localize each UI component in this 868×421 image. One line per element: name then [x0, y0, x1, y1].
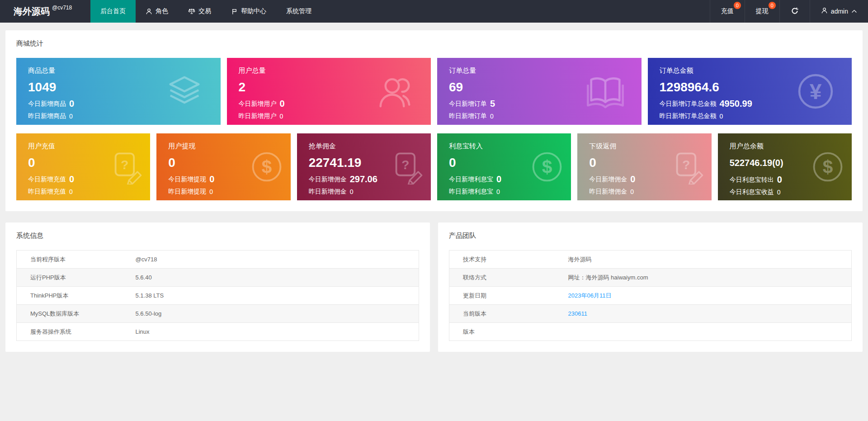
svg-text:¥: ¥	[810, 80, 822, 104]
doc-question-pencil-icon: ?	[108, 149, 144, 184]
current-version-link[interactable]: 230611	[568, 310, 587, 317]
doc-question-pencil-icon: ?	[389, 149, 425, 184]
stats-row-2: 用户充值 0 今日新增充值0 昨日新增充值0 ? 用户提现 0 今日新增提现0 …	[16, 133, 852, 200]
chevron-up-icon	[851, 8, 857, 15]
refresh-button[interactable]	[779, 0, 810, 23]
open-book-icon	[585, 71, 626, 112]
person-icon	[821, 7, 828, 15]
card-yesterday-line: 昨日新增提现0	[168, 188, 290, 196]
product-team-title: 产品团队	[449, 232, 852, 240]
svg-text:?: ?	[121, 158, 129, 172]
stat-card-total-order-amount: 订单总金额 1298964.6 今日新增订单总金额4950.99 昨日新增订单总…	[648, 58, 852, 125]
product-team-panel: 产品团队 技术支持 海外源码 联络方式 网址：海外源码 haiwaiym.com…	[438, 222, 863, 352]
stat-card-user-withdraw: 用户提现 0 今日新增提现0 昨日新增提现0 $	[156, 133, 290, 200]
menu-item-roles[interactable]: 角色	[136, 0, 178, 23]
dollar-circle-icon: $	[249, 149, 284, 184]
svg-text:$: $	[261, 156, 272, 177]
svg-text:$: $	[542, 156, 552, 177]
menu-item-dashboard[interactable]: 后台首页	[90, 0, 136, 23]
svg-text:$: $	[823, 156, 833, 177]
stat-card-total-products: 商品总量 1049 今日新增商品0 昨日新增商品0	[16, 58, 221, 125]
stat-card-total-users: 用户总量 2 今日新增用户0 昨日新增用户0	[227, 58, 431, 125]
bottom-section: 系统信息 当前程序版本 @cv718 运行PHP版本 5.6.40 ThinkP…	[5, 222, 863, 352]
main-menu: 后台首页 角色 交易 帮助中心 系统管理	[90, 0, 321, 23]
scales-icon	[188, 8, 195, 15]
product-team-table: 技术支持 海外源码 联络方式 网址：海外源码 haiwaiym.com 更新日期…	[449, 250, 852, 341]
app-version-tag: @cv718	[52, 5, 72, 11]
stat-card-total-orders: 订单总量 69 今日新增订单5 昨日新增订单0	[437, 58, 642, 125]
menu-item-trade[interactable]: 交易	[178, 0, 221, 23]
menu-item-label: 帮助中心	[241, 7, 266, 15]
dollar-circle-icon: $	[529, 149, 565, 184]
stat-card-interest-transfer-in: 利息宝转入 0 今日新增利息宝0 昨日新增利息宝0 $	[437, 133, 571, 200]
users-icon	[374, 71, 415, 112]
menu-item-label: 系统管理	[286, 7, 311, 15]
flag-icon	[231, 8, 238, 15]
card-yesterday-line: 昨日新增订单总金额0	[660, 112, 852, 120]
card-yesterday-line: 昨日新增商品0	[28, 112, 221, 120]
stat-card-grab-commission: 抢单佣金 22741.19 今日新增佣金297.06 昨日新增佣金0 ?	[297, 133, 431, 200]
app-logo[interactable]: 海外源码 @cv718	[0, 0, 90, 23]
table-row: 技术支持 海外源码	[449, 251, 852, 269]
card-yesterday-line: 昨日新增用户0	[239, 112, 431, 120]
table-row: MySQL数据库版本 5.6.50-log	[17, 305, 419, 323]
stat-card-user-total-balance: 用户总余额 522746.19(0) 今日利息宝转出0 今日利息宝收益0 $	[718, 133, 852, 200]
table-row: 当前程序版本 @cv718	[17, 251, 419, 269]
card-yesterday-line: 昨日新增订单0	[449, 112, 642, 120]
card-yesterday-line: 昨日新增利息宝0	[449, 188, 571, 196]
stat-card-user-recharge: 用户充值 0 今日新增充值0 昨日新增充值0 ?	[16, 133, 150, 200]
top-navbar: 海外源码 @cv718 后台首页 角色 交易 帮助中心 系统管理 充值 0 提现…	[0, 0, 868, 23]
stats-panel: 商城统计 商品总量 1049 今日新增商品0 昨日新增商品0 用户总量 2 今日…	[5, 30, 863, 211]
layers-icon	[164, 71, 205, 112]
table-row: 运行PHP版本 5.6.40	[17, 269, 419, 287]
stats-row-1: 商品总量 1049 今日新增商品0 昨日新增商品0 用户总量 2 今日新增用户0…	[16, 58, 852, 125]
system-info-title: 系统信息	[16, 232, 419, 240]
menu-item-label: 角色	[156, 7, 168, 15]
refresh-icon	[791, 7, 799, 16]
person-icon	[146, 8, 152, 15]
menu-item-system-management[interactable]: 系统管理	[276, 0, 321, 23]
withdraw-button[interactable]: 提现 0	[745, 0, 779, 23]
card-yesterday-line: 昨日新增充值0	[28, 188, 150, 196]
dollar-circle-icon: $	[810, 149, 845, 184]
update-date-link[interactable]: 2023年06月11日	[568, 292, 612, 299]
yen-circle-icon: ¥	[795, 71, 836, 112]
table-row: ThinkPHP版本 5.1.38 LTS	[17, 287, 419, 305]
doc-question-pencil-icon: ?	[670, 149, 705, 184]
stat-card-sub-rebate: 下级返佣 0 今日新增佣金0 昨日新增佣金0 ?	[577, 133, 711, 200]
withdraw-badge: 0	[769, 2, 776, 9]
recharge-button[interactable]: 充值 0	[710, 0, 745, 23]
system-info-panel: 系统信息 当前程序版本 @cv718 运行PHP版本 5.6.40 ThinkP…	[5, 222, 430, 352]
menu-item-label: 交易	[198, 7, 211, 15]
recharge-badge: 0	[734, 2, 741, 9]
table-row: 版本	[449, 323, 852, 341]
table-row: 联络方式 网址：海外源码 haiwaiym.com	[449, 269, 852, 287]
card-yesterday-line: 今日利息宝收益0	[730, 188, 852, 196]
svg-text:?: ?	[682, 158, 690, 172]
table-row: 更新日期 2023年06月11日	[449, 287, 852, 305]
menu-item-help-center[interactable]: 帮助中心	[221, 0, 276, 23]
card-yesterday-line: 昨日新增佣金0	[309, 188, 431, 196]
main-content: 商城统计 商品总量 1049 今日新增商品0 昨日新增商品0 用户总量 2 今日…	[0, 23, 868, 352]
user-menu[interactable]: admin	[810, 0, 868, 23]
navbar-right: 充值 0 提现 0 admin	[710, 0, 868, 23]
stats-panel-title: 商城统计	[16, 39, 852, 48]
svg-text:?: ?	[401, 158, 409, 172]
app-title: 海外源码	[14, 5, 50, 18]
card-yesterday-line: 昨日新增佣金0	[589, 188, 711, 196]
system-info-table: 当前程序版本 @cv718 运行PHP版本 5.6.40 ThinkPHP版本 …	[16, 250, 419, 341]
table-row: 服务器操作系统 Linux	[17, 323, 419, 341]
user-name: admin	[831, 8, 848, 15]
menu-item-label: 后台首页	[100, 7, 126, 15]
table-row: 当前版本 230611	[449, 305, 852, 323]
